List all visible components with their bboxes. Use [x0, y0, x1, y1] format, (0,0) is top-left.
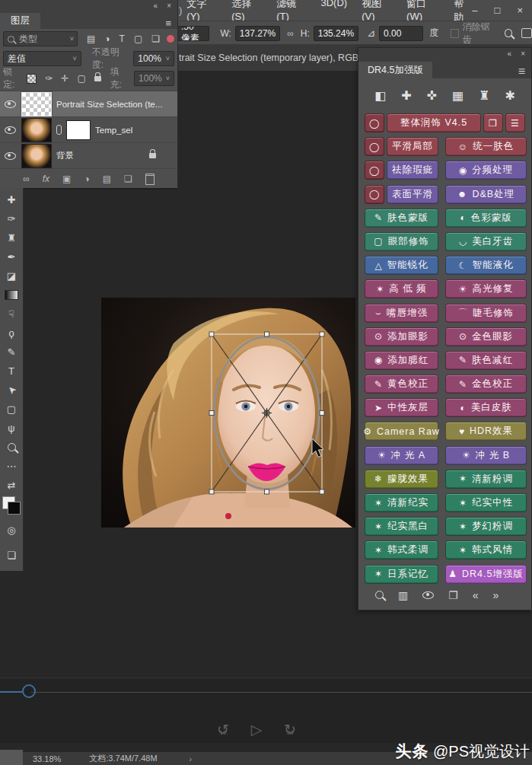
- dr-button-金色校正[interactable]: ✎金色校正: [445, 375, 527, 394]
- dr-button-d&b处理[interactable]: ☻D&B处理: [445, 185, 527, 204]
- layer-row-2[interactable]: 背景: [0, 143, 177, 169]
- dr-button-camera-raw[interactable]: ⚙Camera Raw: [365, 422, 438, 441]
- tab-dr45[interactable]: DR4.5加强版: [358, 62, 432, 78]
- collapse-right-icon[interactable]: »: [493, 589, 499, 601]
- dr-button-hdr效果[interactable]: ♥HDR效果: [445, 422, 527, 441]
- swap-colors[interactable]: ⇄: [8, 480, 16, 491]
- lock-paint-icon[interactable]: ✑: [45, 73, 53, 84]
- minimize-button[interactable]: –: [472, 5, 477, 16]
- dr-button-整体润饰-v4.5[interactable]: 整体润饰 V4.5: [387, 113, 481, 132]
- clone-stamp-tool[interactable]: ♜: [7, 232, 16, 244]
- dr-button-韩式柔调[interactable]: ✶韩式柔调: [365, 540, 438, 559]
- screen-mode[interactable]: ❏: [7, 550, 16, 561]
- shape-tool[interactable]: ▢: [7, 403, 16, 415]
- status-expand-arrow[interactable]: ›: [190, 754, 193, 763]
- lock-transparent-icon[interactable]: [27, 74, 37, 84]
- antialias-checkbox[interactable]: [451, 29, 458, 38]
- panel-menu-icon[interactable]: ≡: [165, 18, 171, 29]
- brush-tool[interactable]: ✑: [8, 213, 16, 225]
- search-icon[interactable]: [375, 591, 384, 599]
- dr-button-梦幻粉调[interactable]: ✶梦幻粉调: [445, 517, 527, 536]
- opacity-select[interactable]: 100% ˅: [133, 51, 174, 66]
- layer-filter-select[interactable]: 类型 ˅: [3, 31, 78, 46]
- panel-collapse-icon[interactable]: «: [154, 2, 158, 10]
- group-icon[interactable]: ▤: [103, 174, 111, 184]
- panel-close-icon[interactable]: ×: [167, 2, 171, 10]
- link-dimensions-icon[interactable]: ∞: [287, 28, 294, 39]
- dr-button-表面平滑[interactable]: 表面平滑: [387, 185, 438, 204]
- quick-mask-mode[interactable]: ◎: [7, 524, 15, 536]
- dr-button-美白牙齿[interactable]: ◡美白牙齿: [445, 232, 527, 251]
- dr-button-高光修复[interactable]: ☀高光修复: [445, 279, 527, 298]
- y-position-field[interactable]: .50 像素: [177, 26, 209, 41]
- angle-field[interactable]: 0.00: [379, 26, 423, 41]
- timeline-track[interactable]: [30, 692, 532, 693]
- bounds-option-icon[interactable]: [521, 28, 532, 38]
- dr-button-睫毛修饰[interactable]: ⌒睫毛修饰: [445, 304, 527, 323]
- type-tool[interactable]: T: [8, 365, 14, 377]
- play-button[interactable]: ▷: [247, 721, 266, 738]
- patch-tool[interactable]: ▦: [452, 88, 464, 103]
- type-filter-icon[interactable]: T: [119, 33, 125, 44]
- zoom-option-icon[interactable]: [505, 29, 511, 37]
- lock-artboard-icon[interactable]: ▢: [77, 73, 85, 84]
- dr-button-朦胧效果[interactable]: ❄朦胧效果: [365, 470, 438, 489]
- layer-thumbnail[interactable]: [21, 92, 52, 116]
- foreground-background-colors[interactable]: [2, 496, 21, 515]
- pattern-stamp-tool[interactable]: ✱: [505, 88, 515, 103]
- dr-button-韩式风情[interactable]: ✶韩式风情: [445, 540, 527, 559]
- dr-button-dr4.5增强版[interactable]: ♟DR4.5增强版: [445, 565, 527, 584]
- layer-thumbnail[interactable]: [21, 144, 52, 168]
- dr-button-清新粉调[interactable]: ✶清新粉调: [445, 470, 527, 489]
- lasso-icon[interactable]: ◯: [365, 113, 384, 132]
- dr-button-智能锐化[interactable]: △智能锐化: [365, 256, 438, 275]
- height-field[interactable]: 135.24%: [314, 26, 358, 41]
- dr-button-中性灰层[interactable]: ➤中性灰层: [365, 398, 438, 417]
- smart-object-filter-icon[interactable]: ❏: [151, 33, 160, 44]
- layer-visibility-icon[interactable]: [5, 152, 16, 160]
- panel-close-icon[interactable]: ×: [521, 49, 525, 58]
- dr-button-冲-光-a[interactable]: ☀冲 光 A: [365, 446, 438, 465]
- zoom-tool[interactable]: [8, 443, 16, 451]
- dr-button-日系记忆[interactable]: ✶日系记忆: [365, 565, 438, 584]
- rewind-10-button[interactable]: ↺ 10: [213, 721, 233, 738]
- fill-select[interactable]: 100% ˅: [134, 71, 174, 86]
- dr-button-黄色校正[interactable]: ✎黄色校正: [365, 375, 438, 394]
- layer-mask-link-icon[interactable]: [56, 125, 62, 135]
- dr-button-高-低-频[interactable]: ✶高 低 频: [365, 279, 438, 298]
- layer-name[interactable]: Portrait Size Selection (te...: [56, 100, 162, 109]
- dr-button-肤色减红[interactable]: ✎肤色减红: [445, 351, 527, 370]
- adjustment-layer-icon[interactable]: ◑: [84, 174, 89, 184]
- collapse-left-icon[interactable]: «: [473, 589, 479, 601]
- dr-button-美白皮肤[interactable]: ◐美白皮肤: [445, 398, 527, 417]
- maximize-button[interactable]: □: [495, 5, 501, 16]
- dr-button-肤色蒙版[interactable]: ✎肤色蒙版: [365, 209, 438, 228]
- dr-button-眼部修饰[interactable]: ▢眼部修饰: [365, 232, 438, 251]
- fx-icon[interactable]: fx: [43, 174, 49, 184]
- layer-thumbnail[interactable]: [21, 118, 52, 142]
- layer-visibility-icon[interactable]: [5, 100, 16, 108]
- more-tools[interactable]: ⋯: [7, 461, 17, 472]
- lasso-icon[interactable]: ◯: [365, 137, 384, 156]
- blend-mode-select[interactable]: 差值 ˅: [3, 51, 81, 66]
- lock-move-icon[interactable]: ✛: [61, 73, 68, 84]
- pixel-filter-icon[interactable]: ▤: [87, 33, 95, 44]
- smudge-tool[interactable]: ☟: [8, 308, 14, 320]
- layer-mask-icon[interactable]: ▣: [62, 174, 71, 184]
- layer-row-1[interactable]: Temp_sel: [0, 117, 177, 143]
- eraser-tool[interactable]: ◪: [7, 270, 16, 282]
- zoom-level[interactable]: 33.18%: [33, 754, 61, 763]
- lasso-icon[interactable]: ◯: [365, 161, 384, 180]
- shape-filter-icon[interactable]: ▢: [134, 33, 142, 44]
- gradient-tool[interactable]: [5, 290, 18, 300]
- dr-button-嘴唇增强[interactable]: ⌣嘴唇增强: [365, 304, 438, 323]
- layer-mask-thumbnail[interactable]: [66, 120, 91, 140]
- copy-icon[interactable]: ❐: [483, 113, 503, 132]
- panel-collapse-icon[interactable]: «: [508, 49, 512, 58]
- background-color-swatch[interactable]: [8, 502, 21, 515]
- healing-brush-tool[interactable]: ✜: [427, 88, 437, 103]
- layer-name[interactable]: 背景: [56, 150, 74, 161]
- lock-all-icon[interactable]: [94, 76, 101, 81]
- pen-tool[interactable]: ✎: [8, 346, 16, 358]
- timeline-playhead[interactable]: [22, 684, 36, 698]
